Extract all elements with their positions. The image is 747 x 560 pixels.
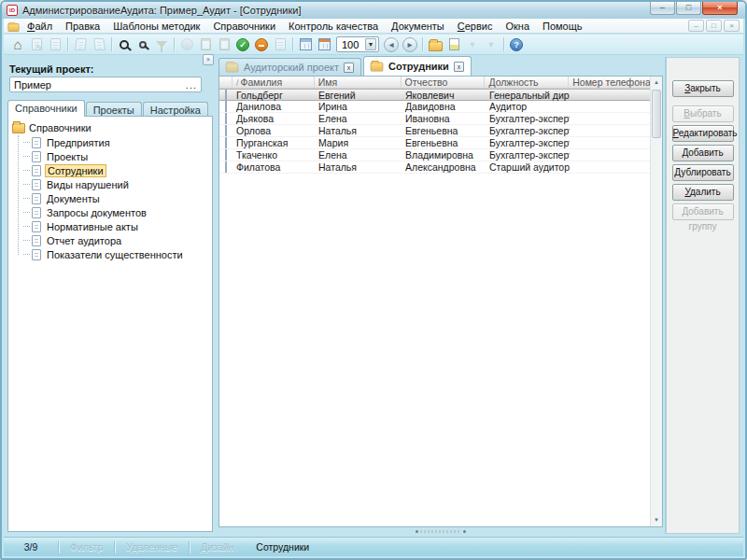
mdi-restore-button[interactable]: □ [706,20,722,32]
mdi-window-controls: – □ × [688,20,740,32]
scrollbar-thumb[interactable] [652,90,661,138]
doc-tab-audit-project[interactable]: Аудиторский проект x [218,58,361,76]
menu-help[interactable]: Помощь [536,20,589,33]
approve-icon[interactable]: ✓ [233,35,252,54]
delete-button[interactable]: Удалить [672,184,734,201]
page-icon [32,179,41,190]
tree-item-documents[interactable]: Документы [12,191,210,205]
duplicate-button[interactable]: Дублировать [672,164,734,181]
table-row[interactable]: Гольдберг Евгений Яковлевич Генеральный … [219,89,662,101]
menu-quality-control[interactable]: Контроль качества [282,20,385,33]
table-row[interactable]: Данилова Ирина Давидовна Аудитор [219,101,662,113]
toolbar-separator [174,37,175,51]
page-icon [32,137,41,148]
tree-item-auditor-report[interactable]: Отчет аудитора [12,233,210,247]
scroll-up-icon[interactable]: ▲ [651,77,662,89]
nav-forward-icon[interactable]: ▸ [401,35,419,54]
home-icon[interactable]: ⌂ [8,35,27,54]
move-down-icon: ▼ [463,35,482,54]
record-icon [225,149,227,161]
page-icon [32,165,41,176]
close-view-button[interactable]: Закрыть [672,80,734,97]
employees-table: /Фамилия Имя Отчество Должность Номер те… [218,76,663,527]
action-panel: Закрыть Выбрать Редактировать Добавить Д… [665,57,740,534]
tree-item-employees[interactable]: Сотрудники [12,163,210,177]
tab-close-icon[interactable]: x [454,62,464,72]
folder-icon [12,123,25,133]
minimize-button[interactable]: – [650,2,675,15]
tree-item-violation-types[interactable]: Виды нарушений [12,177,210,191]
tab-projects[interactable]: Проекты [86,102,142,117]
column-position[interactable]: Должность [485,77,569,88]
column-firstname[interactable]: Имя [315,77,402,88]
zoom-icon[interactable] [115,35,134,54]
zoom-level-combobox[interactable]: 100 ▼ [336,36,379,52]
maximize-button[interactable]: □ [676,2,701,15]
toolbar-separator [422,37,423,51]
tree-root-references[interactable]: Справочники [12,120,210,135]
menu-service[interactable]: Сервис [451,20,500,33]
status-filter: Фильтр [59,541,114,553]
toolbar: ⌂ ✓ 100 ▼ ◂ ▸ ▼ ▼ ? [4,35,743,55]
tab-references[interactable]: Справочники [7,100,85,117]
filter-icon [152,35,171,54]
vertical-scrollbar[interactable]: ▲ ▼ [650,77,662,526]
chevron-down-icon[interactable]: ▼ [365,38,376,50]
tree-item-projects[interactable]: Проекты [12,149,210,163]
panel-close-icon[interactable]: × [203,54,214,65]
menu-references[interactable]: Справочники [206,20,282,33]
page-icon [32,151,41,162]
column-lastname[interactable]: /Фамилия [233,77,315,88]
menu-templates[interactable]: Шаблоны методик [106,20,206,33]
menu-file[interactable]: Файл [21,20,59,33]
table-row[interactable]: Филатова Наталья Александровна Старший а… [219,161,662,174]
help-icon[interactable]: ? [507,35,526,54]
column-middlename[interactable]: Отчество [402,77,486,88]
references-tree: Справочники Предприятия Проекты Сотрудни… [7,116,213,532]
tree-item-normative-acts[interactable]: Нормативные акты [12,219,210,233]
title-bar: ID АдминистрированиеАудита: Пример_Аудит… [2,2,745,19]
table-row[interactable]: Пурганская Мария Евгеньевна Бухгалтер-эк… [219,137,662,149]
menu-documents[interactable]: Документы [385,20,451,33]
menu-edit[interactable]: Правка [59,20,106,33]
menu-windows[interactable]: Окна [499,20,536,33]
nav-back-icon[interactable]: ◂ [382,35,401,54]
scroll-down-icon[interactable]: ▼ [651,514,662,526]
import-icon [90,35,108,54]
tab-settings[interactable]: Настройка [143,102,208,117]
add-button[interactable]: Добавить [672,145,734,161]
edit-button[interactable]: Редактировать [672,125,734,142]
tree-item-enterprises[interactable]: Предприятия [12,135,210,149]
window-title: АдминистрированиеАудита: Пример_Аудит - … [22,5,301,16]
notes-icon[interactable] [444,35,463,54]
app-window: ID АдминистрированиеАудита: Пример_Аудит… [0,0,747,560]
calendar-view-icon[interactable] [315,35,333,54]
tree-item-document-requests[interactable]: Запросы документов [12,205,210,219]
status-design: Дизайн [190,541,245,553]
table-header: /Фамилия Имя Отчество Должность Номер те… [219,77,662,89]
doc-tab-employees[interactable]: Сотрудники x [363,56,472,76]
mdi-minimize-button[interactable]: – [688,20,704,32]
close-button[interactable]: × [702,2,738,15]
project-selector[interactable]: Пример ... [9,77,202,92]
grid-view-icon[interactable] [296,35,315,54]
tab-close-icon[interactable]: x [344,63,354,73]
browse-button[interactable]: ... [186,79,197,91]
open-folder-icon[interactable] [426,35,444,54]
page-icon [32,221,41,232]
table-row[interactable]: Орлова Наталья Евгеньевна Бухгалтер-эксп… [219,125,662,137]
column-phone[interactable]: Номер телефона [569,77,657,88]
page-icon [32,207,41,218]
tree-item-materiality-indicators[interactable]: Показатели существенности [12,247,210,261]
block-icon[interactable] [252,35,271,54]
paste-special-icon [215,35,233,54]
mdi-close-button[interactable]: × [724,20,740,32]
splitter-grip[interactable] [416,528,466,534]
status-context: Сотрудники [245,541,320,553]
table-row[interactable]: Дьякова Елена Ивановна Бухгалтер-эксперт [219,113,662,125]
paste-icon [196,35,215,54]
main-content: Аудиторский проект x Сотрудники x /Фамил… [218,56,663,534]
status-bar: 3/9 Фильтр Удаленные Дизайн Сотрудники [4,537,743,556]
zoom-small-icon[interactable] [134,35,152,54]
table-row[interactable]: Ткаченко Елена Владимировна Бухгалтер-эк… [219,149,662,161]
